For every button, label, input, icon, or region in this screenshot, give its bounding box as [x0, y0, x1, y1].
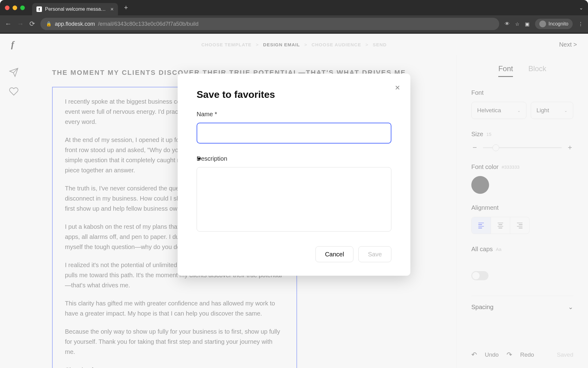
toolbar-right: 👁 ☆ ▣ Incognito ⋮ [505, 19, 583, 29]
browser-tab[interactable]: f Personal welcome message | F × [32, 3, 118, 15]
tab-title: Personal welcome message | F [45, 6, 107, 12]
incognito-badge[interactable]: Incognito [535, 19, 573, 29]
modal-actions: Cancel Save [197, 246, 391, 262]
eye-off-icon[interactable]: 👁 [505, 21, 510, 27]
cancel-button[interactable]: Cancel [315, 246, 353, 262]
modal-overlay[interactable]: × Save to favorites Name * ➤ Description… [0, 34, 588, 368]
name-field-label: Name * [197, 111, 391, 118]
favicon-icon: f [36, 6, 42, 12]
reload-button[interactable]: ⟳ [29, 20, 35, 28]
maximize-window-button[interactable] [20, 6, 25, 10]
lock-icon: 🔒 [46, 21, 52, 27]
close-window-button[interactable] [5, 6, 9, 10]
extensions-icon[interactable]: ▣ [525, 21, 530, 27]
toolbar: ← → ⟳ 🔒 app.flodesk.com/email/6343c80c13… [0, 15, 588, 33]
forward-button[interactable]: → [17, 20, 24, 28]
name-input[interactable] [197, 123, 391, 144]
incognito-icon [539, 21, 546, 27]
new-tab-button[interactable]: + [124, 4, 128, 12]
incognito-label: Incognito [548, 21, 568, 27]
back-button[interactable]: ← [5, 20, 12, 28]
description-input[interactable] [197, 167, 391, 232]
minimize-window-button[interactable] [13, 6, 17, 10]
window-controls [5, 6, 25, 10]
tabs-menu-icon[interactable]: ⌄ [579, 5, 583, 11]
tab-bar: f Personal welcome message | F × + ⌄ [0, 0, 588, 15]
browser-chrome: f Personal welcome message | F × + ⌄ ← →… [0, 0, 588, 34]
address-bar[interactable]: 🔒 app.flodesk.com/email/6343c80c133e0c06… [40, 18, 499, 30]
url-path: /email/6343c80c133e0c06d7f7a50b/build [98, 21, 198, 27]
save-button[interactable]: Save [358, 246, 391, 262]
description-field-label: Description [197, 155, 391, 162]
close-tab-icon[interactable]: × [110, 6, 114, 13]
kebab-menu-icon[interactable]: ⋮ [578, 21, 583, 27]
star-icon[interactable]: ☆ [515, 21, 519, 27]
save-favorites-modal: × Save to favorites Name * ➤ Description… [178, 74, 410, 276]
modal-title: Save to favorites [197, 89, 391, 100]
close-icon[interactable]: × [395, 83, 400, 93]
url-host: app.flodesk.com [55, 21, 95, 27]
